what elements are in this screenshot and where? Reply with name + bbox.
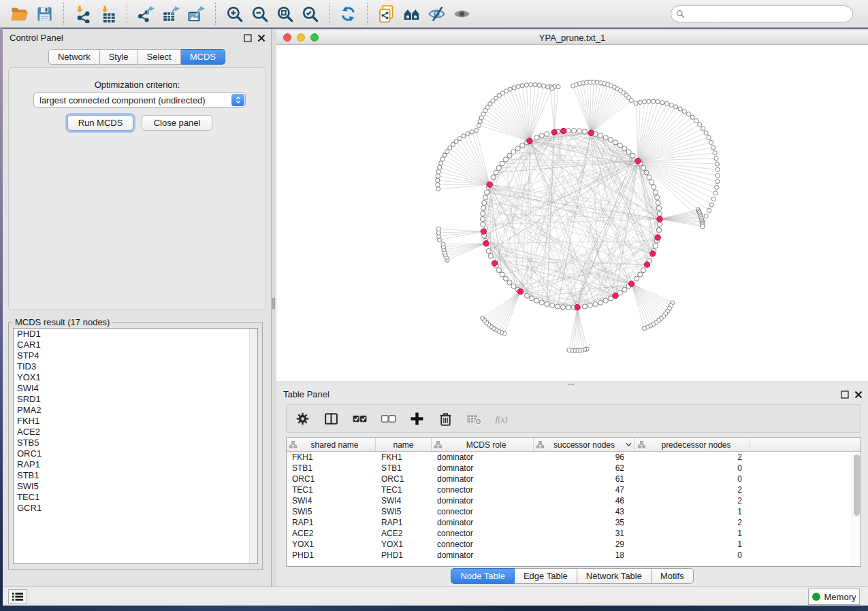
tab-network[interactable]: Network xyxy=(48,49,100,65)
zoom-out-button[interactable] xyxy=(247,2,272,25)
mcds-result-item[interactable]: SWI5 xyxy=(14,481,257,492)
table-row[interactable]: ACE2ACE2connector311 xyxy=(287,528,861,539)
column-header-successor-nodes[interactable]: successor nodes xyxy=(534,438,635,451)
add-entry-button[interactable] xyxy=(409,411,425,427)
close-panel-button-mcds[interactable]: Close panel xyxy=(142,115,212,131)
import-network-icon xyxy=(74,5,92,23)
mcds-result-item[interactable]: ACE2 xyxy=(14,427,257,437)
search-network-button[interactable] xyxy=(399,2,424,25)
table-row[interactable]: SWI5SWI5connector431 xyxy=(287,506,861,517)
window-close-icon[interactable] xyxy=(283,33,291,42)
cell-MCDS-role: dominator xyxy=(432,452,534,462)
zoom-selected-button[interactable] xyxy=(298,2,323,25)
table-row[interactable]: SWI4SWI4dominator462 xyxy=(287,495,861,506)
mcds-result-item[interactable]: FKH1 xyxy=(14,416,257,427)
table-row[interactable]: FKH1FKH1dominator962 xyxy=(287,452,861,463)
mcds-result-item[interactable]: PHD1 xyxy=(14,329,257,340)
export-table-button[interactable] xyxy=(159,2,184,25)
mcds-result-item[interactable]: STB5 xyxy=(14,437,257,448)
table-row[interactable]: ORC1ORC1dominator610 xyxy=(287,474,861,484)
mcds-result-item[interactable]: YOX1 xyxy=(14,372,257,383)
show-details-button[interactable] xyxy=(449,2,475,25)
deselect-all-button[interactable] xyxy=(381,411,396,427)
run-mcds-button[interactable]: Run MCDS xyxy=(67,115,133,131)
zoom-in-button[interactable] xyxy=(222,2,247,25)
mcds-result-item[interactable]: SWI4 xyxy=(14,383,257,394)
mcds-result-item[interactable]: STP4 xyxy=(14,350,257,361)
delete-entry-button[interactable] xyxy=(438,411,453,427)
share-document-button[interactable] xyxy=(374,2,399,25)
search-input[interactable] xyxy=(685,9,848,18)
mcds-result-item[interactable]: SRD1 xyxy=(14,394,257,405)
mcds-result-item[interactable]: ORC1 xyxy=(14,448,257,459)
tab-network-table[interactable]: Network Table xyxy=(577,568,652,584)
toolbar-separator xyxy=(63,3,64,24)
open-file-button[interactable] xyxy=(7,2,32,25)
window-zoom-icon[interactable] xyxy=(310,33,319,42)
column-header-MCDS-role[interactable]: MCDS role xyxy=(432,438,534,451)
tab-mcds[interactable]: MCDS xyxy=(181,49,225,65)
mcds-result-item[interactable]: STB1 xyxy=(14,470,257,481)
table-row[interactable]: TEC1TEC1connector472 xyxy=(287,484,861,495)
network-view-titlebar[interactable]: YPA_prune.txt_1 xyxy=(276,31,868,45)
task-history-button[interactable] xyxy=(8,589,27,604)
export-table-icon xyxy=(162,5,180,23)
mcds-result-item[interactable]: RAP1 xyxy=(14,459,257,470)
cell-predecessor-nodes: 2 xyxy=(635,496,750,506)
table-row[interactable]: RAP1RAP1dominator352 xyxy=(287,517,861,528)
table-row[interactable]: YOX1YOX1connector291 xyxy=(287,539,861,550)
close-panel-button[interactable] xyxy=(257,34,266,42)
cell-name: FKH1 xyxy=(376,452,432,462)
float-panel-button[interactable] xyxy=(244,34,252,42)
cell-successor-nodes: 96 xyxy=(534,452,635,462)
tab-select[interactable]: Select xyxy=(138,49,181,65)
tab-edge-table[interactable]: Edge Table xyxy=(515,568,577,584)
table-settings-button[interactable] xyxy=(295,411,310,427)
column-header-predecessor-nodes[interactable]: predecessor nodes xyxy=(635,438,750,451)
tab-node-table[interactable]: Node Table xyxy=(451,568,515,584)
select-all-button[interactable] xyxy=(352,411,368,427)
table-row[interactable]: PHD1PHD1dominator180 xyxy=(287,550,861,561)
node-table[interactable]: shared namenameMCDS rolesuccessor nodesp… xyxy=(286,437,861,567)
cell-predecessor-nodes: 2 xyxy=(635,518,750,527)
mcds-list-scrollbar[interactable] xyxy=(249,329,257,563)
mcds-result-item[interactable]: TID3 xyxy=(14,361,257,372)
vertical-splitter[interactable] xyxy=(272,29,276,587)
hide-details-button[interactable] xyxy=(424,2,449,25)
mcds-result-item[interactable]: TEC1 xyxy=(14,492,257,503)
save-session-button[interactable] xyxy=(32,2,57,25)
mcds-result-item[interactable]: CAR1 xyxy=(14,340,257,350)
import-table-button[interactable] xyxy=(95,2,120,25)
tab-style[interactable]: Style xyxy=(100,49,138,65)
mcds-result-item[interactable]: GCR1 xyxy=(14,503,257,514)
export-image-button[interactable] xyxy=(184,2,209,25)
mcds-result-item[interactable]: PMA2 xyxy=(14,405,257,416)
table-row[interactable]: STB1STB1dominator620 xyxy=(287,463,861,474)
cell-successor-nodes: 61 xyxy=(534,474,635,484)
function-builder-button[interactable]: f(x) xyxy=(495,411,511,427)
apply-layout-button[interactable] xyxy=(336,2,361,25)
workspace: YPA_prune.txt_1 Table Panel xyxy=(276,29,868,587)
splitter-handle[interactable] xyxy=(272,298,275,309)
window-minimize-icon[interactable] xyxy=(297,33,305,42)
toolbar-separator xyxy=(367,3,368,24)
control-panel: Control Panel NetworkStyleSelectMCDS Opt… xyxy=(3,29,272,587)
scrollbar-thumb[interactable] xyxy=(854,455,860,516)
network-canvas[interactable] xyxy=(276,45,868,381)
table-scrollbar[interactable] xyxy=(852,452,861,566)
criterion-value: largest connected component (undirected) xyxy=(34,95,231,105)
split-columns-button[interactable] xyxy=(323,411,339,427)
import-network-button[interactable] xyxy=(70,2,95,25)
criterion-select[interactable]: largest connected component (undirected) xyxy=(33,93,246,108)
zoom-fit-button[interactable] xyxy=(272,2,298,25)
close-panel-button[interactable] xyxy=(854,391,863,399)
float-panel-button[interactable] xyxy=(841,391,849,399)
memory-button[interactable]: Memory xyxy=(808,589,860,605)
column-header-name[interactable]: name xyxy=(376,438,432,451)
export-network-button[interactable] xyxy=(133,2,159,25)
column-header-shared-name[interactable]: shared name xyxy=(287,438,376,451)
mcds-result-list[interactable]: PHD1CAR1STP4TID3YOX1SWI4SRD1PMA2FKH1ACE2… xyxy=(13,328,258,564)
global-search[interactable] xyxy=(671,5,853,22)
delete-table-button[interactable] xyxy=(466,411,482,427)
tab-motifs[interactable]: Motifs xyxy=(652,568,694,584)
